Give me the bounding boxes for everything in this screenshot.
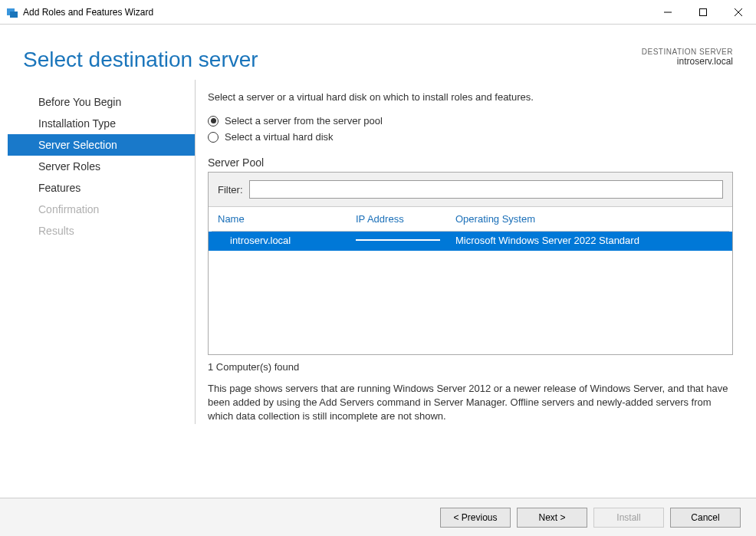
cell-name: introserv.local xyxy=(230,235,356,248)
header: Select destination server DESTINATION SE… xyxy=(0,25,756,80)
window-controls xyxy=(650,0,756,25)
col-header-os[interactable]: Operating System xyxy=(455,213,723,225)
radio-icon-unselected xyxy=(208,132,219,143)
filter-label: Filter: xyxy=(218,184,243,196)
install-button: Install xyxy=(593,508,664,528)
nav-before-you-begin[interactable]: Before You Begin xyxy=(8,91,195,113)
main-area: Before You Begin Installation Type Serve… xyxy=(0,80,756,424)
description-text: This page shows servers that are running… xyxy=(208,382,733,424)
nav-results: Results xyxy=(8,220,195,242)
nav-server-roles[interactable]: Server Roles xyxy=(8,156,195,177)
app-icon xyxy=(6,6,18,18)
radio-label: Select a server from the server pool xyxy=(225,115,383,127)
nav-confirmation: Confirmation xyxy=(8,199,195,220)
radio-label: Select a virtual hard disk xyxy=(225,131,334,143)
cell-os: Microsoft Windows Server 2022 Standard xyxy=(455,235,723,248)
svg-rect-1 xyxy=(10,12,18,18)
nav-installation-type[interactable]: Installation Type xyxy=(8,113,195,134)
grid-body: introserv.local Microsoft Windows Server… xyxy=(209,232,732,354)
grid-header: Name IP Address Operating System xyxy=(209,207,732,231)
cell-ip xyxy=(356,235,455,248)
nav-features[interactable]: Features xyxy=(8,177,195,199)
server-pool-label: Server Pool xyxy=(208,156,733,169)
maximize-button[interactable] xyxy=(685,0,721,25)
page-title: Select destination server xyxy=(23,48,258,72)
col-header-ip[interactable]: IP Address xyxy=(356,213,455,225)
table-row[interactable]: introserv.local Microsoft Windows Server… xyxy=(209,232,732,251)
nav-sidebar: Before You Begin Installation Type Serve… xyxy=(8,80,196,424)
filter-input[interactable] xyxy=(249,180,724,199)
minimize-button[interactable] xyxy=(650,0,685,25)
footer: < Previous Next > Install Cancel xyxy=(0,498,756,536)
col-header-name[interactable]: Name xyxy=(218,213,356,225)
server-pool-box: Filter: Name IP Address Operating System… xyxy=(208,172,733,355)
filter-bar: Filter: xyxy=(209,173,732,207)
window-title: Add Roles and Features Wizard xyxy=(23,7,153,18)
redacted-ip xyxy=(356,235,440,245)
radio-icon-selected xyxy=(208,116,219,127)
previous-button[interactable]: < Previous xyxy=(440,508,511,528)
nav-server-selection[interactable]: Server Selection xyxy=(8,134,195,156)
svg-rect-3 xyxy=(700,8,707,15)
content: Select a server or a virtual hard disk o… xyxy=(196,80,756,424)
destination-label: DESTINATION SERVER xyxy=(642,48,733,56)
destination-box: DESTINATION SERVER introserv.local xyxy=(642,48,733,67)
close-button[interactable] xyxy=(721,0,756,25)
found-count: 1 Computer(s) found xyxy=(208,361,733,373)
radio-server-pool[interactable]: Select a server from the server pool xyxy=(208,115,733,127)
radio-vhd[interactable]: Select a virtual hard disk xyxy=(208,131,733,143)
instruction-text: Select a server or a virtual hard disk o… xyxy=(208,91,733,103)
cancel-button[interactable]: Cancel xyxy=(670,508,741,528)
next-button[interactable]: Next > xyxy=(517,508,587,528)
titlebar: Add Roles and Features Wizard xyxy=(0,0,756,25)
destination-name: introserv.local xyxy=(642,56,733,67)
